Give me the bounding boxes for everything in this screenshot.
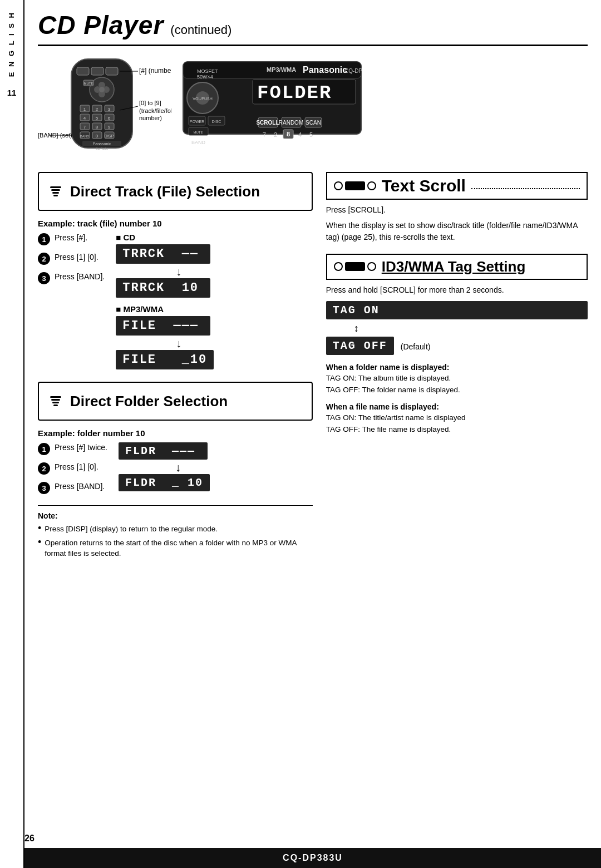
left-column: Direct Track (File) Selection Example: t… bbox=[38, 172, 313, 562]
signal-icon-2 bbox=[48, 388, 63, 414]
svg-rect-2 bbox=[91, 67, 104, 75]
direct-track-section-box: Direct Track (File) Selection bbox=[38, 172, 313, 211]
svg-text:1: 1 bbox=[83, 107, 86, 112]
right-column: Text Scroll Press [SCROLL]. When the dis… bbox=[326, 172, 588, 562]
folder-step-text-1: Press [#] twice. bbox=[55, 442, 107, 453]
svg-text:9: 9 bbox=[108, 125, 111, 130]
svg-text:MUTE: MUTE bbox=[194, 131, 203, 134]
mp3-display-1: FILE ——— bbox=[116, 316, 210, 336]
svg-text:7: 7 bbox=[263, 131, 266, 138]
bullet-2: • bbox=[38, 537, 41, 547]
page-title: CD Player bbox=[38, 10, 164, 40]
page-number: 26 bbox=[24, 834, 35, 844]
sidebar-letters: E N G L I S H bbox=[8, 11, 16, 77]
svg-text:6: 6 bbox=[108, 116, 111, 121]
tag-displays: TAG ON ↕ TAG OFF (Default) bbox=[326, 301, 588, 356]
note-item-2: • Operation returns to the start of the … bbox=[38, 537, 313, 559]
folder-step-text-2: Press [1] [0]. bbox=[55, 462, 98, 473]
folder-step-num-1: 1 bbox=[38, 443, 50, 455]
tag-off-row: TAG OFF (Default) bbox=[326, 337, 588, 356]
step-text-1: Press [#]. bbox=[55, 233, 87, 244]
step-num-2: 2 bbox=[38, 253, 50, 265]
remote-control-image: MUTE 1 2 3 4 5 6 7 8 9 bbox=[38, 56, 171, 162]
direct-track-example: Example: track (file) number 10 bbox=[38, 219, 313, 228]
svg-text:8: 8 bbox=[96, 125, 98, 130]
svg-text:FOLDER: FOLDER bbox=[257, 82, 332, 103]
mp3-display-2: FILE _10 bbox=[116, 350, 214, 369]
text-scroll-title: Text Scroll bbox=[382, 176, 466, 195]
direct-track-title: Direct Track (File) Selection bbox=[70, 183, 260, 200]
tag-on-display: TAG ON bbox=[326, 301, 588, 319]
svg-text:2: 2 bbox=[274, 131, 277, 138]
svg-text:(track/file/folder: (track/file/folder bbox=[139, 107, 171, 114]
svg-text:2: 2 bbox=[96, 107, 98, 112]
note-label: Note: bbox=[38, 511, 313, 520]
svg-text:VOL/PUSH: VOL/PUSH bbox=[193, 97, 212, 101]
svg-text:BAND: BAND bbox=[191, 140, 206, 145]
signal-icon bbox=[48, 179, 63, 204]
svg-text:SCROLL: SCROLL bbox=[256, 120, 279, 126]
when-file-label: When a file name is displayed: bbox=[326, 402, 588, 411]
when-folder-off: TAG OFF: The folder name is displayed. bbox=[326, 385, 588, 396]
svg-text:0: 0 bbox=[96, 134, 98, 139]
svg-text:CQ-DP: CQ-DP bbox=[344, 68, 363, 74]
id3-title: ID3/WMA Tag Setting bbox=[382, 258, 526, 275]
note-item-1: • Press [DISP] (display) to return to th… bbox=[38, 524, 313, 535]
svg-rect-1 bbox=[77, 67, 89, 75]
mp3-label: ■ MP3/WMA bbox=[116, 304, 214, 314]
when-folder-section: When a folder name is displayed: TAG ON:… bbox=[326, 363, 588, 396]
page-subtitle: (continued) bbox=[170, 23, 231, 37]
folder-step-2: 2 Press [1] [0]. bbox=[38, 462, 107, 475]
svg-text:SCAN: SCAN bbox=[306, 120, 321, 126]
svg-text:DISC: DISC bbox=[212, 120, 221, 124]
dotted-line bbox=[471, 188, 580, 189]
svg-text:5: 5 bbox=[96, 116, 98, 121]
track-steps-list: 1 Press [#]. 2 Press [1] [0]. 3 Press [B… bbox=[38, 233, 105, 288]
sidebar: E N G L I S H 11 bbox=[0, 0, 24, 868]
when-file-off: TAG OFF: The file name is displayed. bbox=[326, 425, 588, 435]
direct-folder-example: Example: folder number 10 bbox=[38, 428, 313, 438]
id3-press-text: Press and hold [SCROLL] for more than 2 … bbox=[326, 284, 588, 295]
folder-step-text-3: Press [BAND]. bbox=[55, 481, 105, 492]
id3-led-indicator bbox=[334, 262, 376, 271]
svg-text:MOSFET: MOSFET bbox=[197, 68, 218, 74]
svg-text:RANDOM: RANDOM bbox=[279, 120, 303, 126]
svg-text:5: 5 bbox=[309, 131, 313, 138]
led-circle-2 bbox=[367, 181, 376, 190]
top-row: MUTE 1 2 3 4 5 6 7 8 9 bbox=[38, 56, 588, 162]
step-text-3: Press [BAND]. bbox=[55, 272, 105, 283]
svg-text:[BAND] (set): [BAND] (set) bbox=[38, 132, 72, 139]
bullet-1: • bbox=[38, 523, 41, 533]
direct-folder-title: Direct Folder Selection bbox=[70, 393, 228, 410]
svg-text:MP3/WMA: MP3/WMA bbox=[267, 66, 296, 73]
folder-step-num-3: 3 bbox=[38, 482, 50, 494]
when-folder-label: When a folder name is displayed: bbox=[326, 363, 588, 372]
when-folder-on: TAG ON: The album title is displayed. bbox=[326, 373, 588, 384]
folder-display-1: FLDR ——— bbox=[119, 442, 208, 460]
svg-text:7: 7 bbox=[83, 125, 86, 130]
track-step-3: 3 Press [BAND]. bbox=[38, 272, 105, 284]
led-rect bbox=[345, 181, 365, 190]
svg-text:Car Audio: Car Audio bbox=[96, 147, 108, 150]
folder-display-panels: FLDR ——— ↓ FLDR _ 10 bbox=[119, 442, 210, 492]
cd-display-2: TRRCK 10 bbox=[116, 278, 210, 298]
direct-folder-section-box: Direct Folder Selection bbox=[38, 382, 313, 421]
svg-text:3: 3 bbox=[108, 107, 111, 112]
track-step-2: 2 Press [1] [0]. bbox=[38, 252, 105, 265]
folder-arrow-down: ↓ bbox=[146, 462, 210, 473]
note-section: Note: • Press [DISP] (display) to return… bbox=[38, 505, 313, 559]
svg-text:Panasonic: Panasonic bbox=[93, 142, 111, 146]
svg-text:number): number) bbox=[139, 115, 162, 121]
main-content: CD Player (continued) MUT bbox=[24, 0, 601, 868]
svg-text:50W×4: 50W×4 bbox=[197, 74, 213, 80]
led-indicator bbox=[334, 181, 376, 190]
step-num-1: 1 bbox=[38, 233, 50, 245]
svg-text:DISP: DISP bbox=[105, 134, 114, 138]
when-file-section: When a file name is displayed: TAG ON: T… bbox=[326, 402, 588, 435]
two-col-layout: Direct Track (File) Selection Example: t… bbox=[38, 172, 588, 562]
note-text-2: Operation returns to the start of the di… bbox=[45, 537, 312, 559]
direct-folder-area: Direct Folder Selection Example: folder … bbox=[38, 382, 313, 497]
svg-text:BAND: BAND bbox=[80, 135, 90, 138]
footer-model: CQ-DP383U bbox=[283, 853, 343, 863]
svg-text:POWER: POWER bbox=[190, 120, 204, 124]
